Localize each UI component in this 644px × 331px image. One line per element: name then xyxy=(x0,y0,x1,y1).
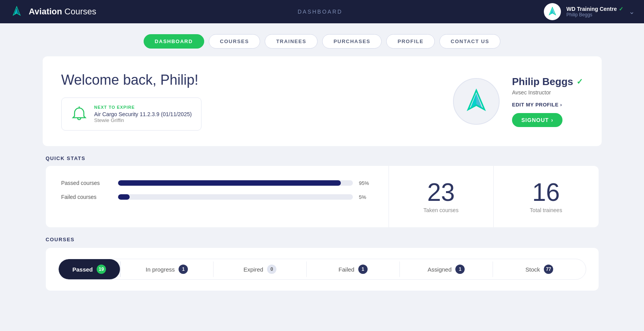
expired-badge: 0 xyxy=(267,265,276,274)
chevron-right-icon: › xyxy=(551,117,554,123)
passed-tab-label: Passed xyxy=(73,266,93,273)
welcome-section: Welcome back, Philip! NEXT TO EXPIRE Air… xyxy=(61,72,201,131)
quick-stats-wrapper: Passed courses 95% Failed courses 5% 23 … xyxy=(43,166,602,227)
failed-bar-fill xyxy=(118,194,130,200)
stock-badge: 77 xyxy=(544,265,553,274)
assigned-label: Assigned xyxy=(428,266,452,273)
shield-check-icon: ✓ xyxy=(576,77,583,86)
profile-section: Philip Beggs ✓ Avsec Instructor EDIT MY … xyxy=(453,76,583,127)
failed-bar-row: Failed courses 5% xyxy=(61,194,373,200)
stats-bars: Passed courses 95% Failed courses 5% xyxy=(46,166,389,227)
logo-icon xyxy=(9,4,24,19)
taken-courses-box: 23 Taken courses xyxy=(389,166,494,227)
taken-label: Taken courses xyxy=(424,207,458,213)
expiry-box: NEXT TO EXPIRE Air Cargo Security 11.2.3… xyxy=(61,98,201,131)
user-menu[interactable]: WD Training Centre ✓ Philip Beggs ⌄ xyxy=(544,3,635,20)
failed-tab-label: Failed xyxy=(338,266,354,273)
taken-number: 23 xyxy=(427,180,455,205)
passed-bar-row: Passed courses 95% xyxy=(61,180,373,186)
tab-trainees[interactable]: TRAINEES xyxy=(265,34,318,49)
passed-bar-track xyxy=(118,180,353,186)
brand-bold: Aviation xyxy=(29,7,62,16)
total-trainees-box: 16 Total trainees xyxy=(494,166,599,227)
inprogress-badge: 1 xyxy=(179,265,188,274)
user-org: WD Training Centre xyxy=(566,6,617,12)
user-name-top: Philip Beggs xyxy=(566,12,623,17)
user-avatar-top xyxy=(544,3,561,20)
user-info: WD Training Centre ✓ Philip Beggs xyxy=(566,6,623,17)
expiry-person: Stewie Griffin xyxy=(94,117,192,123)
course-tab-inprogress[interactable]: In progress 1 xyxy=(121,259,213,279)
welcome-title: Welcome back, Philip! xyxy=(61,72,201,88)
profile-name-text: Philip Beggs xyxy=(512,76,573,88)
nav-tabs: DASHBOARD COURSES TRAINEES PURCHASES PRO… xyxy=(0,23,644,56)
courses-card: Passed 19 In progress 1 Expired 0 Failed… xyxy=(46,248,599,291)
chevron-down-icon[interactable]: ⌄ xyxy=(629,7,635,16)
assigned-badge: 1 xyxy=(455,265,465,274)
dashboard-label: DASHBOARD xyxy=(298,9,343,15)
trainees-label: Total trainees xyxy=(530,207,562,213)
failed-label: Failed courses xyxy=(61,194,112,200)
failed-bar-track xyxy=(118,194,353,200)
passed-bar-fill xyxy=(118,180,341,186)
failed-pct: 5% xyxy=(359,194,373,200)
top-navigation: Aviation Courses DASHBOARD WD Training C… xyxy=(0,0,644,23)
expired-label: Expired xyxy=(243,266,263,273)
quick-stats-row: Passed courses 95% Failed courses 5% 23 … xyxy=(46,166,599,227)
brand: Aviation Courses xyxy=(9,4,96,19)
expiry-course: Air Cargo Security 11.2.3.9 (01/11/2025) xyxy=(94,111,192,117)
profile-role: Avsec Instructor xyxy=(512,89,583,96)
course-tab-assigned[interactable]: Assigned 1 xyxy=(400,259,492,279)
expiry-info: NEXT TO EXPIRE Air Cargo Security 11.2.3… xyxy=(94,105,192,123)
quick-stats-title: QUICK STATS xyxy=(46,155,599,161)
tab-contact[interactable]: CONTACT US xyxy=(439,34,500,49)
courses-section-title: COURSES xyxy=(46,237,599,242)
bell-icon xyxy=(71,106,87,122)
failed-tab-badge: 1 xyxy=(358,265,368,274)
tab-profile[interactable]: PROFILE xyxy=(386,34,435,49)
brand-light: Courses xyxy=(64,7,96,16)
edit-profile-link[interactable]: EDIT MY PROFILE › xyxy=(512,102,583,108)
chevron-right-icon: › xyxy=(560,102,562,108)
course-tab-expired[interactable]: Expired 0 xyxy=(214,259,306,279)
stock-label: Stock xyxy=(526,266,540,273)
course-tab-passed[interactable]: Passed 19 xyxy=(59,259,120,279)
expiry-label: NEXT TO EXPIRE xyxy=(94,105,192,110)
course-tab-stock[interactable]: Stock 77 xyxy=(493,259,585,279)
course-tab-failed[interactable]: Failed 1 xyxy=(307,259,399,279)
tab-courses[interactable]: COURSES xyxy=(209,34,260,49)
tab-purchases[interactable]: PURCHASES xyxy=(322,34,382,49)
trainees-number: 16 xyxy=(532,180,560,205)
shield-icon: ✓ xyxy=(619,6,623,12)
passed-tab-badge: 19 xyxy=(97,265,106,274)
inprogress-label: In progress xyxy=(146,266,175,273)
welcome-card: Welcome back, Philip! NEXT TO EXPIRE Air… xyxy=(43,56,602,146)
tab-dashboard[interactable]: DASHBOARD xyxy=(144,34,204,49)
passed-label: Passed courses xyxy=(61,180,112,186)
profile-avatar xyxy=(453,78,500,125)
signout-button[interactable]: SIGNOUT › xyxy=(512,113,562,127)
profile-details: Philip Beggs ✓ Avsec Instructor EDIT MY … xyxy=(512,76,583,127)
passed-pct: 95% xyxy=(359,180,373,186)
